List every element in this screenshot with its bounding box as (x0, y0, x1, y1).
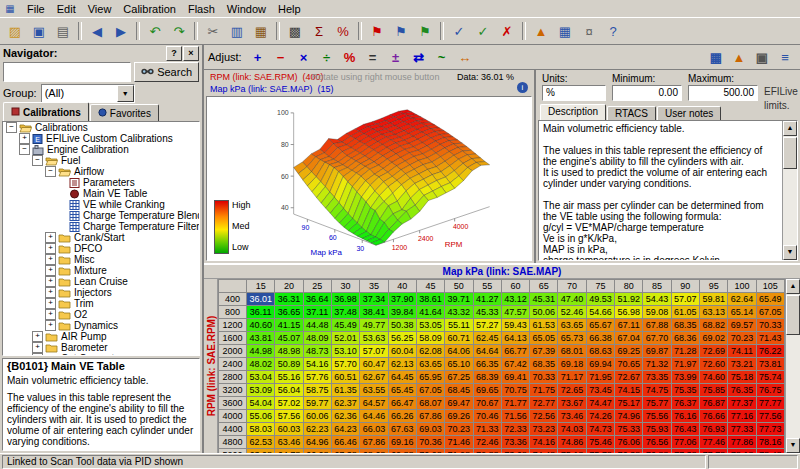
ve-cell[interactable]: 53.09 (247, 384, 275, 397)
ve-cell[interactable]: 75.85 (700, 384, 728, 397)
ve-cell[interactable]: 65.14 (728, 306, 756, 319)
ve-cell[interactable]: 71.17 (558, 371, 586, 384)
ve-cell[interactable]: 68.35 (530, 358, 558, 371)
ve-cell[interactable]: 41.64 (416, 306, 444, 319)
ve-cell[interactable]: 43.81 (247, 332, 275, 345)
ve-cell[interactable]: 58.09 (416, 332, 444, 345)
ve-cell[interactable]: 53.63 (360, 332, 388, 345)
ve-cell[interactable]: 73.67 (558, 397, 586, 410)
ve-cell[interactable]: 68.45 (445, 384, 473, 397)
ve-cell[interactable]: 69.41 (501, 371, 529, 384)
ve-cell[interactable]: 47.57 (501, 306, 529, 319)
ve-cell[interactable]: 60.06 (303, 410, 331, 423)
menu-edit[interactable]: Edit (51, 2, 82, 16)
table-view-icon[interactable]: ▦ (553, 20, 577, 42)
ve-cell[interactable]: 74.60 (700, 371, 728, 384)
ve-cell[interactable]: 73.23 (530, 423, 558, 436)
ve-cell[interactable]: 74.73 (586, 423, 614, 436)
ve-cell[interactable]: 61.35 (331, 384, 359, 397)
ve-cell[interactable]: 71.33 (473, 423, 501, 436)
ve-cell[interactable]: 73.35 (643, 371, 671, 384)
tree-expand-icon[interactable]: + (45, 298, 56, 309)
ve-cell[interactable]: 73.81 (756, 358, 784, 371)
tree-item-calibrations[interactable]: − Calibrations (3, 122, 199, 133)
grid-row-header[interactable]: 2400 (219, 358, 247, 371)
paste-icon[interactable]: ▦ (249, 20, 273, 42)
ve-cell[interactable]: 60.47 (360, 358, 388, 371)
ve-cell[interactable]: 77.37 (728, 397, 756, 410)
ve-cell[interactable]: 45.31 (530, 293, 558, 306)
ve-cell[interactable]: 69.94 (586, 358, 614, 371)
ve-cell[interactable]: 52.46 (558, 306, 586, 319)
ve-cell[interactable]: 67.11 (615, 319, 643, 332)
grid-col-header[interactable]: 20 (275, 280, 303, 293)
ve-cell[interactable]: 65.49 (756, 293, 784, 306)
tree-item-charge-temperature-blending[interactable]: Charge Temperature Blending (3, 210, 199, 221)
ve-cell[interactable]: 43.32 (445, 306, 473, 319)
ve-cell[interactable]: 62.53 (247, 436, 275, 449)
tree-expand-icon[interactable]: + (19, 133, 30, 144)
ve-cell[interactable]: 60.51 (331, 371, 359, 384)
split-view-icon[interactable]: ▣ (751, 47, 773, 68)
ve-cell[interactable]: 62.23 (303, 423, 331, 436)
search-input[interactable] (3, 62, 131, 82)
ve-cell[interactable]: 67.04 (615, 332, 643, 345)
ve-cell[interactable]: 47.40 (558, 293, 586, 306)
ve-cell[interactable]: 77.56 (756, 410, 784, 423)
grid-col-header[interactable]: 85 (643, 280, 671, 293)
ve-cell[interactable]: 57.56 (275, 410, 303, 423)
grid-row-header[interactable]: 2000 (219, 345, 247, 358)
grid-col-header[interactable]: 30 (331, 280, 359, 293)
ve-cell[interactable]: 59.08 (643, 306, 671, 319)
menu-view[interactable]: View (82, 2, 118, 16)
ve-cell[interactable]: 70.33 (756, 319, 784, 332)
ve-cell[interactable]: 76.16 (671, 410, 699, 423)
ve-cell[interactable]: 54.04 (247, 397, 275, 410)
ve-cell[interactable]: 78.16 (756, 436, 784, 449)
ve-cell[interactable]: 66.77 (501, 345, 529, 358)
ve-cell[interactable]: 64.13 (501, 332, 529, 345)
ve-cell[interactable]: 69.87 (643, 345, 671, 358)
ve-cell[interactable]: 48.98 (275, 345, 303, 358)
ve-cell[interactable]: 68.01 (558, 345, 586, 358)
scrollbar-thumb[interactable] (783, 137, 797, 169)
ve-cell[interactable]: 69.26 (445, 410, 473, 423)
ve-cell[interactable]: 76.75 (756, 384, 784, 397)
grid-col-header[interactable]: 75 (586, 280, 614, 293)
grid-col-header[interactable]: 15 (247, 280, 275, 293)
ve-cell[interactable]: 76.22 (756, 345, 784, 358)
ve-cell[interactable]: 60.04 (388, 345, 416, 358)
tree-item-mixture[interactable]: + Mixture (3, 265, 199, 276)
ve-cell[interactable]: 56.04 (275, 384, 303, 397)
ve-cell[interactable]: 65.67 (586, 319, 614, 332)
table-mode-icon[interactable]: ▦ (705, 47, 727, 68)
ve-cell[interactable]: 62.36 (331, 410, 359, 423)
ve-cell[interactable]: 38.61 (416, 293, 444, 306)
interpolate-icon[interactable]: ↔ (454, 47, 476, 68)
info-icon[interactable]: i (517, 82, 528, 93)
ve-cell[interactable]: 74.03 (558, 423, 586, 436)
ve-cell[interactable]: 49.77 (360, 319, 388, 332)
ve-cell[interactable]: 50.38 (388, 319, 416, 332)
ve-cell[interactable]: 75.93 (643, 423, 671, 436)
settings-icon[interactable]: ¤ (577, 20, 601, 42)
chart-mode-icon[interactable]: ▲ (728, 47, 750, 68)
ve-cell[interactable]: 50.06 (530, 306, 558, 319)
ve-cell[interactable]: 48.09 (303, 332, 331, 345)
ve-cell[interactable]: 75.35 (671, 384, 699, 397)
ve-cell[interactable]: 74.16 (530, 436, 558, 449)
nav-back-icon[interactable]: ◀ (85, 20, 109, 42)
ve-cell[interactable]: 70.36 (416, 436, 444, 449)
ve-cell[interactable]: 57.76 (303, 371, 331, 384)
tree-expand-icon[interactable]: + (45, 254, 56, 265)
ve-cell[interactable]: 57.07 (671, 293, 699, 306)
multiply-icon[interactable]: × (293, 47, 315, 68)
ve-cell[interactable]: 60.71 (445, 332, 473, 345)
navigator-help-button[interactable]: ? (166, 46, 182, 61)
search-button[interactable]: Search (134, 62, 199, 82)
ve-cell[interactable]: 76.35 (728, 384, 756, 397)
ve-cell[interactable]: 71.28 (671, 345, 699, 358)
ve-cell[interactable]: 36.11 (247, 306, 275, 319)
ve-cell[interactable]: 66.46 (331, 436, 359, 449)
calculator-icon[interactable]: ▩ (283, 20, 307, 42)
